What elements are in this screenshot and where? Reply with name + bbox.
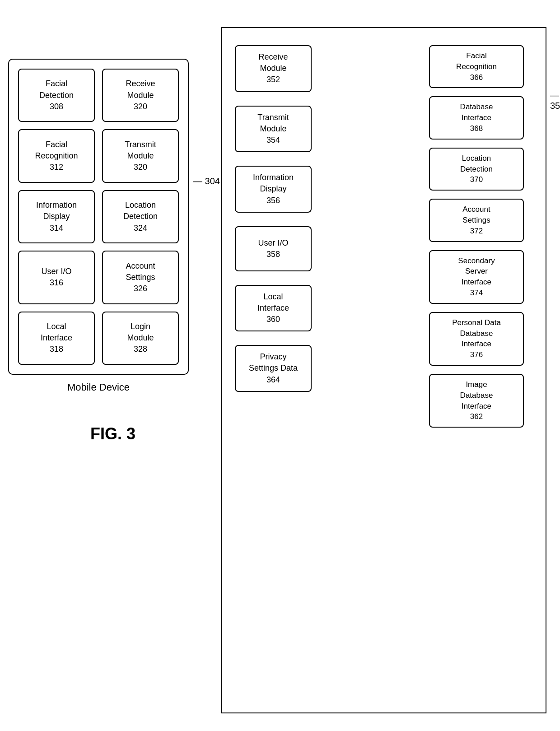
mobile-grid: FacialDetection308 ReceiveModule320 Faci… xyxy=(9,60,188,374)
privacy-settings-data-364: PrivacySettings Data364 xyxy=(235,345,312,392)
receive-module-352: ReceiveModule352 xyxy=(235,45,312,92)
personal-data-database-interface-376: Personal DataDatabaseInterface376 xyxy=(429,312,524,366)
information-display-356: InformationDisplay356 xyxy=(235,166,312,213)
diagram-container: FacialDetection308 ReceiveModule320 Faci… xyxy=(0,0,560,731)
label-304: — 304 xyxy=(193,176,220,186)
image-database-interface-362: ImageDatabaseInterface362 xyxy=(429,374,524,428)
user-io-316: User I/O316 xyxy=(18,251,95,304)
account-settings-326: AccountSettings326 xyxy=(102,251,179,304)
mobile-device-label: Mobile Device xyxy=(8,382,189,393)
secondary-server-interface-374: SecondaryServerInterface374 xyxy=(429,250,524,304)
receive-module-320: ReceiveModule320 xyxy=(102,69,179,122)
user-io-358: User I/O358 xyxy=(235,226,312,271)
local-interface-360: LocalInterface360 xyxy=(235,285,312,332)
server-right-column: FacialRecognition366 DatabaseInterface36… xyxy=(420,27,533,713)
transmit-module-354: TransmitModule354 xyxy=(235,106,312,153)
facial-recognition-312: FacialRecognition312 xyxy=(18,129,95,182)
login-module-328: LoginModule328 xyxy=(102,312,179,365)
mobile-device-box: FacialDetection308 ReceiveModule320 Faci… xyxy=(8,59,189,375)
server-left-column: ReceiveModule352 TransmitModule354 Infor… xyxy=(221,27,325,713)
label-350: — 350 xyxy=(550,90,560,111)
local-interface-318: LocalInterface318 xyxy=(18,312,95,365)
account-settings-372: AccountSettings372 xyxy=(429,199,524,242)
transmit-module-320: TransmitModule320 xyxy=(102,129,179,182)
facial-recognition-366: FacialRecognition366 xyxy=(429,45,524,88)
database-interface-368: DatabaseInterface368 xyxy=(429,96,524,139)
location-detection-324: LocationDetection324 xyxy=(102,190,179,243)
information-display-314: InformationDisplay314 xyxy=(18,190,95,243)
location-detection-370: LocationDetection370 xyxy=(429,148,524,191)
facial-detection-308: FacialDetection308 xyxy=(18,69,95,122)
figure-label: FIG. 3 xyxy=(90,424,135,443)
